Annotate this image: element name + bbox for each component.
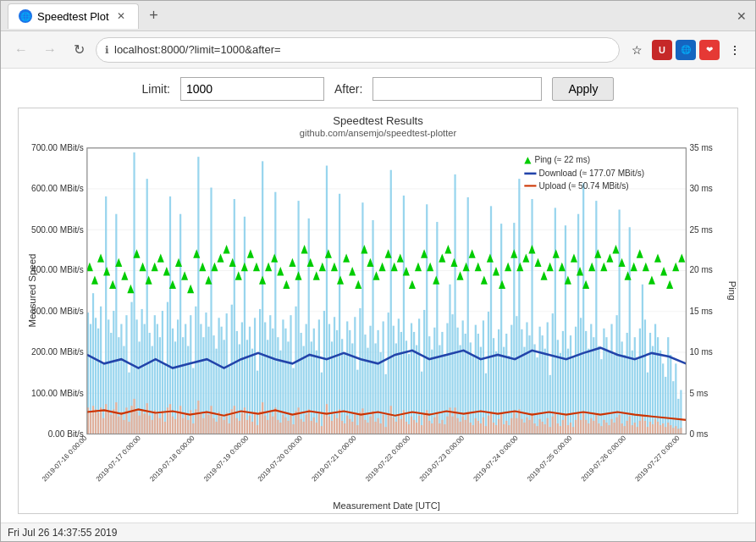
svg-rect-359 — [301, 419, 302, 434]
svg-rect-428 — [477, 421, 479, 434]
svg-rect-285 — [110, 415, 112, 434]
svg-text:Upload (≈ 50.74 MBit/s): Upload (≈ 50.74 MBit/s) — [539, 180, 629, 190]
svg-text:700.00 MBit/s: 700.00 MBit/s — [31, 143, 84, 152]
svg-rect-269 — [665, 377, 666, 434]
svg-rect-182 — [441, 332, 443, 434]
svg-rect-435 — [495, 425, 497, 434]
svg-rect-381 — [356, 425, 358, 434]
svg-rect-468 — [580, 420, 582, 434]
svg-rect-430 — [483, 418, 484, 434]
svg-rect-462 — [565, 416, 566, 434]
svg-rect-156 — [374, 343, 376, 434]
svg-rect-87 — [197, 157, 199, 434]
svg-rect-424 — [467, 412, 469, 434]
url-bar[interactable]: ℹ localhost:8000/?limit=1000&after= — [96, 37, 620, 63]
extension-icon-1[interactable]: U — [652, 40, 672, 60]
forward-button[interactable]: → — [38, 38, 62, 62]
svg-rect-311 — [177, 411, 179, 434]
svg-rect-248 — [610, 324, 612, 434]
svg-rect-404 — [416, 423, 417, 434]
svg-text:600.00 MBit/s: 600.00 MBit/s — [31, 184, 84, 193]
svg-rect-420 — [456, 418, 458, 434]
svg-rect-343 — [259, 411, 261, 434]
refresh-button[interactable]: ↻ — [67, 38, 91, 62]
svg-rect-453 — [542, 422, 544, 434]
extension-icon-3[interactable]: ❤ — [699, 40, 720, 60]
svg-rect-279 — [95, 409, 97, 434]
svg-text:200.00 MBit/s: 200.00 MBit/s — [31, 347, 84, 357]
svg-rect-320 — [200, 414, 201, 434]
apply-button[interactable]: Apply — [552, 77, 614, 101]
tab-favicon: 🌐 — [19, 9, 32, 23]
svg-rect-105 — [244, 217, 246, 434]
extension-icon-2[interactable]: 🌐 — [676, 40, 696, 60]
svg-rect-438 — [503, 424, 505, 434]
svg-rect-204 — [498, 329, 499, 434]
svg-rect-376 — [344, 423, 345, 434]
svg-rect-117 — [274, 192, 276, 434]
svg-rect-233 — [572, 357, 574, 434]
svg-rect-494 — [647, 427, 648, 434]
svg-rect-474 — [595, 415, 597, 434]
svg-rect-464 — [570, 423, 571, 434]
svg-rect-146 — [349, 330, 350, 434]
toolbar-icons: ☆ U 🌐 ❤ ⋮ — [625, 38, 747, 62]
svg-text:Ping: Ping — [727, 281, 737, 301]
svg-rect-388 — [374, 422, 376, 434]
svg-rect-167 — [403, 196, 405, 434]
svg-text:100.00 MBit/s: 100.00 MBit/s — [31, 389, 84, 398]
svg-rect-416 — [446, 417, 448, 434]
svg-rect-338 — [246, 420, 248, 434]
svg-rect-309 — [172, 417, 174, 434]
svg-rect-440 — [508, 425, 510, 434]
svg-rect-177 — [428, 336, 430, 434]
svg-rect-51 — [105, 196, 107, 434]
svg-rect-237 — [582, 183, 584, 434]
svg-rect-497 — [654, 419, 656, 434]
svg-rect-354 — [287, 421, 289, 434]
after-input[interactable] — [372, 77, 542, 101]
menu-button[interactable]: ⋮ — [723, 38, 747, 62]
svg-rect-137 — [326, 166, 328, 434]
svg-rect-364 — [313, 418, 315, 434]
svg-rect-92 — [210, 188, 212, 434]
svg-rect-241 — [593, 337, 594, 434]
svg-rect-257 — [634, 337, 636, 434]
svg-text:Measurement Date [UTC]: Measurement Date [UTC] — [333, 501, 440, 511]
new-tab-button[interactable]: + — [142, 4, 166, 28]
svg-rect-446 — [523, 423, 525, 434]
svg-rect-287 — [115, 402, 117, 434]
svg-rect-221 — [542, 335, 544, 434]
svg-rect-387 — [372, 411, 373, 434]
back-button[interactable]: ← — [9, 38, 33, 62]
svg-rect-380 — [354, 415, 356, 434]
svg-rect-246 — [605, 337, 607, 434]
tab-close-button[interactable]: ✕ — [114, 9, 128, 23]
svg-rect-114 — [267, 340, 268, 434]
svg-rect-187 — [454, 174, 455, 434]
bookmark-button[interactable]: ☆ — [625, 38, 648, 62]
svg-rect-315 — [187, 420, 189, 434]
svg-rect-459 — [557, 423, 559, 434]
status-bar: Fri Jul 26 14:37:55 2019 — [1, 523, 755, 541]
tab-title: Speedtest Plot — [37, 10, 109, 23]
svg-rect-262 — [647, 373, 648, 434]
limit-input[interactable] — [180, 77, 324, 101]
svg-rect-80 — [179, 214, 181, 434]
window-close-button[interactable]: ✕ — [735, 9, 748, 23]
svg-rect-333 — [234, 406, 235, 434]
svg-rect-142 — [339, 194, 340, 434]
svg-rect-275 — [680, 390, 682, 434]
active-tab[interactable]: 🌐 Speedtest Plot ✕ — [8, 3, 139, 29]
svg-rect-227 — [557, 340, 559, 434]
svg-rect-231 — [567, 349, 569, 434]
svg-text:20 ms: 20 ms — [689, 265, 713, 274]
svg-rect-317 — [192, 423, 194, 434]
svg-rect-423 — [465, 420, 466, 434]
svg-rect-280 — [97, 413, 99, 434]
svg-rect-329 — [223, 420, 225, 434]
svg-text:10 ms: 10 ms — [689, 347, 713, 357]
svg-rect-244 — [600, 359, 602, 434]
svg-text:25 ms: 25 ms — [689, 224, 713, 234]
svg-rect-250 — [615, 315, 617, 434]
